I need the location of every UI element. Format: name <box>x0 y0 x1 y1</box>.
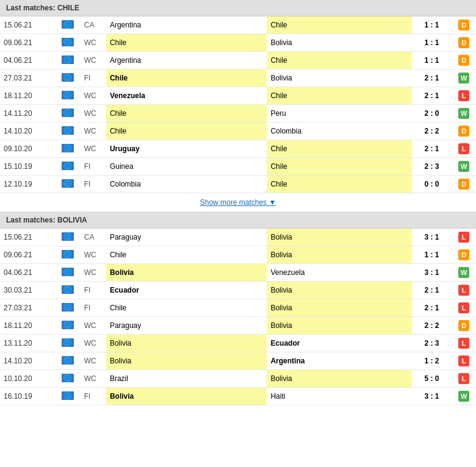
world-flag-icon <box>62 303 74 312</box>
result-badge: L <box>458 355 469 366</box>
world-flag-icon <box>62 126 74 135</box>
match-flag <box>55 282 81 299</box>
match-date: 04.06.21 <box>0 52 55 70</box>
match-flag <box>55 140 81 158</box>
match-score: 1 : 1 <box>412 246 452 264</box>
match-comp: WC <box>81 352 106 370</box>
match-score: 2 : 1 <box>412 140 452 158</box>
result-badge: L <box>458 285 469 296</box>
table-row: 16.10.19 FI Bolivia Haiti 3 : 1 W <box>0 388 476 405</box>
match-comp: WC <box>81 264 106 282</box>
match-result: W <box>452 264 476 282</box>
match-date: 14.10.20 <box>0 352 55 370</box>
match-result: L <box>452 370 476 388</box>
match-score: 3 : 1 <box>412 264 452 282</box>
world-flag-icon <box>62 338 74 347</box>
match-home-team: Chile <box>106 105 267 123</box>
match-comp: WC <box>81 317 106 335</box>
match-score: 0 : 0 <box>412 176 452 193</box>
match-date: 10.10.20 <box>0 370 55 388</box>
match-away-team: Haiti <box>267 388 411 405</box>
match-date: 27.03.21 <box>0 70 55 87</box>
world-flag-icon <box>62 144 74 152</box>
match-comp: WC <box>81 87 106 105</box>
match-home-team: Uruguay <box>106 140 267 158</box>
result-badge: L <box>458 338 469 349</box>
match-date: 09.06.21 <box>0 34 55 52</box>
world-flag-icon <box>62 91 74 99</box>
match-flag <box>55 370 81 388</box>
match-away-team: Peru <box>267 105 411 123</box>
world-flag-icon <box>62 250 74 258</box>
match-flag <box>55 299 81 317</box>
match-score: 3 : 1 <box>412 388 452 405</box>
result-badge: W <box>458 108 469 119</box>
table-row: 04.06.21 WC Bolivia Venezuela 3 : 1 W <box>0 264 476 282</box>
world-flag-icon <box>62 268 74 276</box>
table-row: 09.06.21 WC Chile Bolivia 1 : 1 D <box>0 246 476 264</box>
result-badge: W <box>458 161 469 172</box>
match-home-team: Chile <box>106 70 267 87</box>
match-away-team: Colombia <box>267 123 411 140</box>
world-flag-icon <box>62 20 74 29</box>
show-more-chile-link[interactable]: Show more matches ▼ <box>200 198 276 207</box>
match-result: D <box>452 246 476 264</box>
world-flag-icon <box>62 55 74 64</box>
table-row: 13.11.20 WC Bolivia Ecuador 2 : 3 L <box>0 335 476 352</box>
match-away-team: Bolivia <box>267 229 411 246</box>
table-row: 10.10.20 WC Brazil Bolivia 5 : 0 L <box>0 370 476 388</box>
match-date: 15.06.21 <box>0 16 55 34</box>
match-home-team: Ecuador <box>106 282 267 299</box>
match-score: 2 : 2 <box>412 317 452 335</box>
result-badge: L <box>458 90 469 101</box>
match-date: 14.11.20 <box>0 105 55 123</box>
match-home-team: Chile <box>106 299 267 317</box>
match-date: 12.10.19 <box>0 176 55 193</box>
table-row: 14.11.20 WC Chile Peru 2 : 0 W <box>0 105 476 123</box>
match-result: D <box>452 176 476 193</box>
match-date: 18.11.20 <box>0 87 55 105</box>
table-row: 18.11.20 WC Paraguay Bolivia 2 : 2 D <box>0 317 476 335</box>
match-home-team: Brazil <box>106 370 267 388</box>
match-away-team: Chile <box>267 52 411 70</box>
match-comp: WC <box>81 335 106 352</box>
world-flag-icon <box>62 162 74 170</box>
show-more-chile[interactable]: Show more matches ▼ <box>0 193 476 212</box>
result-badge: D <box>458 20 469 30</box>
match-date: 13.11.20 <box>0 335 55 352</box>
table-row: 15.06.21 CA Argentina Chile 1 : 1 D <box>0 16 476 34</box>
match-away-team: Bolivia <box>267 282 411 299</box>
match-result: L <box>452 87 476 105</box>
match-away-team: Ecuador <box>267 335 411 352</box>
match-result: D <box>452 317 476 335</box>
match-date: 14.10.20 <box>0 123 55 140</box>
match-comp: FI <box>81 282 106 299</box>
match-flag <box>55 388 81 405</box>
match-flag <box>55 158 81 176</box>
match-comp: FI <box>81 299 106 317</box>
match-score: 1 : 1 <box>412 52 452 70</box>
world-flag-icon <box>62 232 74 241</box>
result-badge: L <box>458 302 469 313</box>
table-row: 15.10.19 FI Guinea Chile 2 : 3 W <box>0 158 476 176</box>
match-home-team: Guinea <box>106 158 267 176</box>
table-row: 27.03.21 FI Chile Bolivia 2 : 1 W <box>0 70 476 87</box>
match-score: 5 : 0 <box>412 370 452 388</box>
world-flag-icon <box>62 38 74 46</box>
match-comp: WC <box>81 123 106 140</box>
match-date: 27.03.21 <box>0 299 55 317</box>
match-date: 30.03.21 <box>0 282 55 299</box>
match-score: 1 : 2 <box>412 352 452 370</box>
match-flag <box>55 52 81 70</box>
bolivia-matches-table: 15.06.21 CA Paraguay Bolivia 3 : 1 L 09.… <box>0 229 476 405</box>
world-flag-icon <box>62 321 74 329</box>
match-home-team: Bolivia <box>106 388 267 405</box>
match-result: W <box>452 70 476 87</box>
match-away-team: Chile <box>267 158 411 176</box>
match-flag <box>55 70 81 87</box>
world-flag-icon <box>62 374 74 382</box>
match-comp: WC <box>81 140 106 158</box>
chile-section: Last matches: CHILE 15.06.21 CA Argentin… <box>0 0 476 212</box>
match-score: 2 : 2 <box>412 123 452 140</box>
bolivia-section: Last matches: BOLIVIA 15.06.21 CA Paragu… <box>0 212 476 405</box>
